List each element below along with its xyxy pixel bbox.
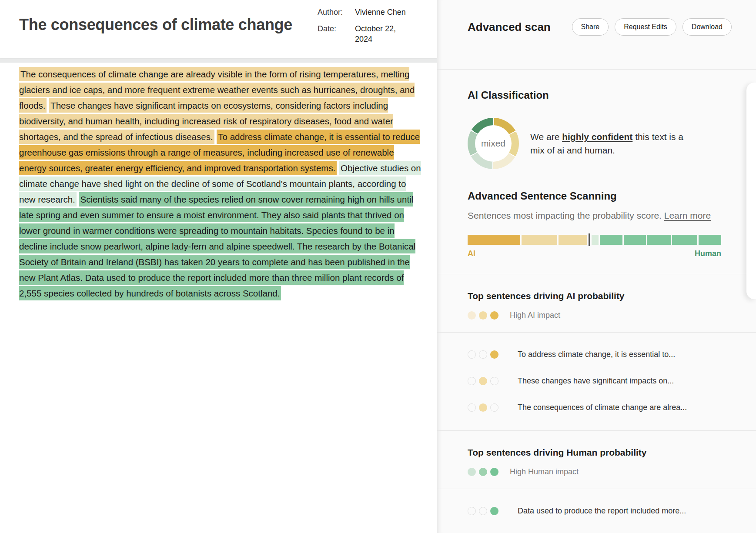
impact-dot-filled bbox=[468, 311, 476, 320]
document-header: The consequences of climate change Autho… bbox=[0, 0, 437, 58]
bar-segment bbox=[468, 235, 520, 245]
highlighted-sentence-human-strong: Scientists said many of the species reli… bbox=[19, 192, 415, 300]
description-text: Sentences most impacting the probability… bbox=[468, 210, 664, 220]
impact-dot-empty bbox=[468, 377, 476, 385]
human-sentence-list: Data used to produce the report included… bbox=[468, 506, 721, 533]
human-legend-dots bbox=[468, 468, 498, 476]
date-label: Date: bbox=[318, 23, 355, 44]
ai-human-probability-bar bbox=[468, 235, 721, 245]
ai-sentence-list: To address climate change, it is essenti… bbox=[468, 350, 721, 430]
confidence-statement: We are highly confident this text is a m… bbox=[530, 130, 692, 157]
donut-center-label: mixed bbox=[475, 125, 512, 162]
impact-dot-filled bbox=[490, 350, 498, 359]
sentence-item-text: To address climate change, it is essenti… bbox=[518, 350, 675, 359]
sentence-item[interactable]: These changes have significant impacts o… bbox=[468, 376, 721, 386]
sentence-impact-dots bbox=[468, 403, 498, 412]
document-meta: Author: Vivienne Chen Date: October 22, … bbox=[318, 7, 420, 44]
bar-segment bbox=[624, 235, 646, 245]
divider bbox=[437, 430, 756, 431]
impact-dot-filled bbox=[479, 377, 487, 385]
bar-segment bbox=[600, 235, 622, 245]
sentence-item-text: The consequences of climate change are a… bbox=[518, 403, 687, 412]
download-button[interactable]: Download bbox=[682, 18, 732, 36]
ai-classification-section: AI Classification mixed We are highly co… bbox=[468, 89, 721, 169]
author-label: Author: bbox=[318, 7, 355, 17]
sentence-item-text: These changes have significant impacts o… bbox=[518, 376, 674, 386]
ai-legend-label: High AI impact bbox=[510, 311, 560, 320]
confidence-prefix: We are bbox=[530, 132, 562, 142]
request-edits-button[interactable]: Request Edits bbox=[615, 18, 676, 36]
impact-dot-empty bbox=[479, 507, 487, 515]
ai-classification-heading: AI Classification bbox=[468, 89, 721, 101]
ai-legend-dots bbox=[468, 311, 498, 320]
impact-dot-filled bbox=[490, 468, 498, 476]
human-impact-legend: High Human impact bbox=[468, 467, 721, 476]
sentence-item-text: Data used to produce the report included… bbox=[518, 506, 686, 516]
scan-panel: Advanced scan ShareRequest EditsDownload… bbox=[437, 0, 756, 533]
impact-dot-empty bbox=[468, 507, 476, 515]
sentence-scanning-description: Sentences most impacting the probability… bbox=[468, 207, 721, 223]
share-button[interactable]: Share bbox=[572, 18, 609, 36]
impact-dot-filled bbox=[490, 311, 498, 320]
impact-dot-filled bbox=[479, 403, 487, 412]
scanned-text: The consequences of climate change are a… bbox=[19, 67, 421, 301]
ai-label: AI bbox=[468, 249, 475, 258]
side-peek-card[interactable] bbox=[746, 83, 756, 299]
impact-dot-filled bbox=[490, 507, 498, 515]
classification-result-row: mixed We are highly confident this text … bbox=[468, 118, 721, 169]
impact-dot-filled bbox=[468, 468, 476, 476]
scan-actions: ShareRequest EditsDownload bbox=[572, 18, 732, 36]
scan-panel-content: AI Classification mixed We are highly co… bbox=[468, 70, 721, 533]
document-body: The consequences of climate change are a… bbox=[0, 63, 437, 533]
document-panel: The consequences of climate change Autho… bbox=[0, 0, 437, 533]
bar-segment bbox=[522, 235, 557, 245]
sentence-impact-dots bbox=[468, 377, 498, 385]
scan-panel-title: Advanced scan bbox=[468, 18, 551, 36]
human-label: Human bbox=[695, 249, 721, 258]
impact-dot-empty bbox=[479, 350, 487, 359]
bar-segment bbox=[647, 235, 671, 245]
top-ai-sentences-section: Top sentences driving AI probability Hig… bbox=[468, 291, 721, 430]
bar-segment bbox=[699, 235, 721, 245]
ai-impact-legend: High AI impact bbox=[468, 311, 721, 320]
bar-segment bbox=[592, 235, 599, 245]
top-human-sentences-section: Top sentences driving Human probability … bbox=[468, 447, 721, 533]
sentence-item[interactable]: Data used to produce the report included… bbox=[468, 506, 721, 516]
author-value: Vivienne Chen bbox=[355, 7, 420, 17]
document-title: The consequences of climate change bbox=[19, 16, 292, 34]
sentence-scanning-heading: Advanced Sentence Scanning bbox=[468, 190, 721, 202]
sentence-item[interactable]: To address climate change, it is essenti… bbox=[468, 350, 721, 359]
human-legend-label: High Human impact bbox=[510, 467, 579, 476]
impact-dot-empty bbox=[468, 350, 476, 359]
probability-bar-labels: AI Human bbox=[468, 249, 721, 258]
top-human-sentences-heading: Top sentences driving Human probability bbox=[468, 447, 721, 458]
scan-panel-header: Advanced scan ShareRequest EditsDownload bbox=[437, 0, 756, 70]
divider bbox=[437, 489, 756, 489]
classification-donut-chart: mixed bbox=[468, 118, 519, 169]
sentence-item[interactable]: The consequences of climate change are a… bbox=[468, 403, 721, 412]
impact-dot-empty bbox=[490, 377, 498, 385]
bar-threshold-tick bbox=[589, 233, 590, 246]
bar-segment bbox=[559, 235, 587, 245]
impact-dot-filled bbox=[479, 311, 487, 320]
impact-dot-empty bbox=[468, 403, 476, 412]
divider bbox=[437, 332, 756, 333]
sentence-impact-dots bbox=[468, 350, 498, 359]
bar-segment bbox=[672, 235, 697, 245]
impact-dot-filled bbox=[479, 468, 487, 476]
top-ai-sentences-heading: Top sentences driving AI probability bbox=[468, 291, 721, 301]
learn-more-link[interactable]: Learn more bbox=[664, 210, 711, 220]
sentence-impact-dots bbox=[468, 507, 498, 515]
divider bbox=[437, 274, 756, 274]
confidence-emphasis: highly confident bbox=[562, 132, 632, 142]
date-value: October 22, 2024 bbox=[355, 23, 410, 44]
impact-dot-empty bbox=[490, 403, 498, 412]
sentence-scanning-section: Advanced Sentence Scanning Sentences mos… bbox=[468, 190, 721, 258]
